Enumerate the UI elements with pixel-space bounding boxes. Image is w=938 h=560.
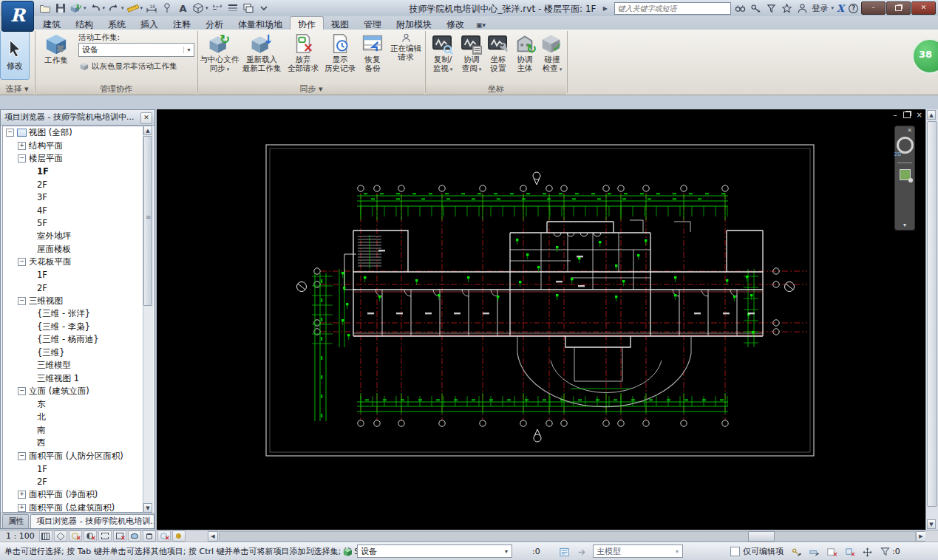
search-arrow-icon[interactable]: ▶ [599,2,611,15]
measure-icon[interactable] [126,1,140,15]
3d-lock-icon[interactable] [143,530,156,542]
tree-item-三维视图 1[interactable]: 三维视图 1 [3,372,145,386]
relinquish-all-button[interactable]: ×放弃 全部请求 [284,31,322,72]
exclude-options-icon[interactable]: × [841,544,857,559]
tree-item-1F[interactable]: 1F [3,269,145,282]
open-file-icon[interactable] [38,1,52,15]
close-button[interactable]: ✕ [911,1,936,15]
tree-item-面积平面 (净面积)[interactable]: +面积平面 (净面积) [3,488,145,502]
editing-requests-button[interactable]: 正在编辑 请求 [387,31,424,61]
panel-display-toggle-icon[interactable]: ▣▾ [476,21,486,29]
tree-item-4F[interactable]: 4F [3,204,145,217]
tree-item-{三维 - 李枭}[interactable]: {三维 - 李枭} [3,321,145,334]
project-browser-title[interactable]: 项目浏览器 - 技师学院机电培训中... [1,110,154,126]
tree-item-5F[interactable]: 5F [3,217,145,231]
aligned-dimension-icon[interactable]: 10 [145,1,158,15]
login-button[interactable]: 登录 [812,3,828,14]
show-history-button[interactable]: 显示 历史记录 [322,31,358,72]
show-crop-icon[interactable]: × [113,530,126,542]
horizontal-scrollbar[interactable] [219,531,916,542]
scroll-up-icon[interactable]: ▲ [927,110,936,120]
collapse-icon[interactable]: − [18,154,26,163]
tree-item-西[interactable]: 西 [3,437,145,450]
tree-item-{三维 - 杨雨迪}[interactable]: {三维 - 杨雨迪} [3,333,145,346]
search-input[interactable] [614,2,731,15]
view-minimize-icon[interactable]: – [894,111,897,119]
tree-item-视图 (全部)[interactable]: −视图 (全部) [3,126,145,140]
project-browser-scrollbar[interactable]: ▲ ▼ [143,126,153,513]
editable-only-checkbox[interactable]: 仅可编辑项 [730,546,784,557]
tree-item-三维模型[interactable]: 三维模型 [3,359,145,372]
tab-project-browser[interactable]: 项目浏览器 - 技师学院机电培训... [30,514,154,528]
restore-button[interactable] [886,1,911,15]
gray-inactive-worksets-button[interactable]: 以灰色显示非活动工作集 [78,61,177,72]
select-link-icon[interactable] [806,544,822,559]
interference-check-button[interactable]: ✓碰撞 检查 [538,31,566,74]
reveal-hidden-icon[interactable] [172,530,186,542]
thin-lines-icon[interactable] [226,1,239,15]
default-3d-view-icon[interactable] [191,1,205,15]
select-panel-label[interactable]: 选择 ▾ [0,83,34,95]
exchange-apps-icon[interactable]: X [837,3,844,14]
add-to-design-option-icon[interactable] [574,544,590,559]
tree-item-3F[interactable]: 3F [3,191,145,205]
restore-backup-button[interactable]: 恢复 备份 [358,31,387,72]
tree-item-1F[interactable]: 1F [3,165,145,179]
tree-item-结构平面[interactable]: +结构平面 [3,140,145,153]
tree-item-面积平面 (人防分区面积)[interactable]: −面积平面 (人防分区面积) [3,450,145,463]
collapse-icon[interactable]: − [18,258,26,266]
workset-combobox[interactable]: 设备▾ [357,544,512,558]
scrollbar-thumb[interactable] [927,121,937,507]
drag-elements-icon[interactable] [859,544,875,559]
redo-icon[interactable] [107,1,120,15]
design-option-combobox[interactable]: 主模型▾ [593,544,683,558]
switch-windows-icon[interactable] [242,1,255,15]
key-icon[interactable] [750,2,762,15]
tree-item-2F[interactable]: 2F [3,476,145,489]
worksets-button[interactable]: 工作集 [37,32,75,65]
synchronize-panel-label[interactable]: 同步 ▾ [198,83,424,95]
tree-item-三维视图[interactable]: −三维视图 [3,295,145,308]
make-editable-icon[interactable] [788,544,804,559]
active-workset-combobox[interactable]: 设备▾ [78,43,194,57]
navbar-more-icon[interactable]: ▾ [903,222,906,228]
tree-item-南[interactable]: 南 [3,424,145,437]
tree-item-1F[interactable]: 1F [3,462,145,476]
design-options-icon[interactable] [556,544,572,559]
customize-qat-icon[interactable] [257,1,271,15]
communication-icon[interactable] [765,2,778,15]
tree-item-天花板平面[interactable]: −天花板平面 [3,256,145,269]
zoom-icon[interactable] [900,169,911,180]
scrollbar-thumb[interactable] [748,531,775,542]
detail-level-icon[interactable] [39,530,52,542]
reload-latest-button[interactable]: ↓重新载入 最新工作集 [239,31,284,72]
tree-item-室外地坪[interactable]: 室外地坪 [3,230,145,243]
collapse-icon[interactable]: − [6,129,14,137]
user-icon[interactable] [796,2,809,15]
view-restore-icon[interactable] [903,112,911,118]
editing-requests-icon[interactable] [517,545,531,558]
text-icon[interactable]: A [176,1,189,15]
tab-properties[interactable]: 属性 [2,514,29,528]
tree-item-立面 (建筑立面)[interactable]: −立面 (建筑立面) [3,385,145,398]
expand-icon[interactable]: + [18,504,26,512]
release-worksets-icon[interactable]: × [823,544,840,559]
sync-with-central-button[interactable]: ↻与中心文件 同步 [200,31,239,74]
collapse-icon[interactable]: − [18,452,26,460]
application-menu-button[interactable]: R [1,1,34,32]
tree-item-楼层平面[interactable]: −楼层平面 [3,152,145,165]
scrollbar-thumb[interactable] [143,136,152,306]
coordination-settings-button[interactable]: 坐标 设置 [485,31,512,72]
tag-icon[interactable] [160,1,174,15]
sun-path-icon[interactable]: × [69,530,82,542]
project-browser-close-icon[interactable]: ✕ [140,112,152,124]
shadows-icon[interactable]: × [84,530,97,542]
binoculars-icon[interactable] [734,2,747,15]
undo-icon[interactable] [89,1,102,15]
scroll-down-icon[interactable]: ▼ [143,503,152,513]
collapse-icon[interactable]: − [18,297,26,305]
scroll-left-icon[interactable]: ◀ [208,531,218,542]
crop-view-icon[interactable] [98,530,112,542]
tree-item-2F[interactable]: 2F [3,281,145,295]
floor-plan-canvas[interactable] [157,109,925,530]
